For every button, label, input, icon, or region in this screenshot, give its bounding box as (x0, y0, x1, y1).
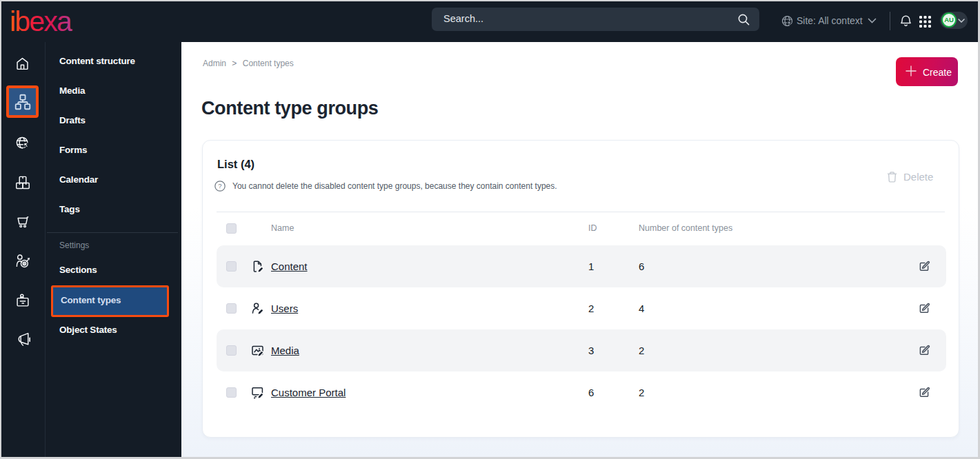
svg-text:?: ? (218, 182, 221, 190)
svg-text:ibexa: ibexa (10, 8, 72, 36)
